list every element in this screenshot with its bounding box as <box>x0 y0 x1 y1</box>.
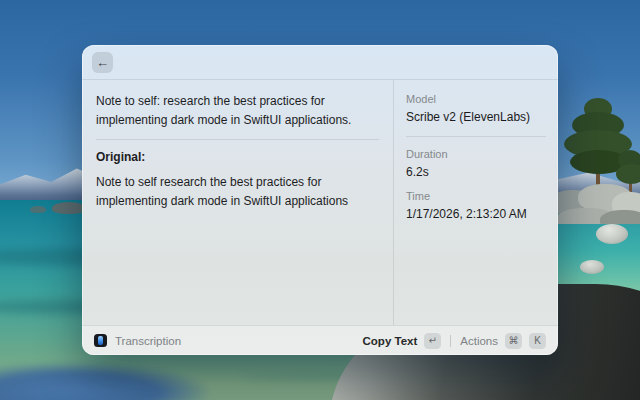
duration-label: Duration <box>406 148 546 160</box>
duration-row: Duration 6.2s <box>406 148 546 179</box>
transcript-pane: Note to self: research the best practice… <box>82 80 393 325</box>
command-keycap[interactable]: ⌘ <box>505 333 522 349</box>
waveform-orb-icon <box>98 336 103 345</box>
transcription-window: ← Note to self: research the best practi… <box>82 45 558 355</box>
original-section-label: Original: <box>96 150 379 164</box>
k-keycap[interactable]: K <box>529 333 546 349</box>
wallpaper-blue-reef <box>0 362 210 400</box>
model-group: Model Scribe v2 (ElevenLabs) <box>406 93 546 137</box>
desktop: ← Note to self: research the best practi… <box>0 0 640 400</box>
time-value: 1/17/2026, 2:13:20 AM <box>406 207 546 221</box>
time-row: Time 1/17/2026, 2:13:20 AM <box>406 190 546 221</box>
footer-separator <box>450 335 451 347</box>
window-header: ← <box>82 45 558 80</box>
wallpaper-white-rock <box>596 224 628 244</box>
model-value: Scribe v2 (ElevenLabs) <box>406 110 546 124</box>
duration-value: 6.2s <box>406 165 546 179</box>
back-arrow-icon: ← <box>96 55 109 70</box>
footer-app-name: Transcription <box>115 335 181 347</box>
wallpaper-white-rock <box>580 260 604 274</box>
footer-app-identity: Transcription <box>94 334 181 347</box>
footer-actions: Copy Text ↵ Actions ⌘ K <box>363 333 546 349</box>
details-sidebar: Model Scribe v2 (ElevenLabs) Duration 6.… <box>393 80 558 325</box>
timing-group: Duration 6.2s Time 1/17/2026, 2:13:20 AM <box>406 137 546 221</box>
original-transcript-text: Note to self research the best practices… <box>96 173 379 211</box>
wallpaper-rock <box>30 206 46 213</box>
window-body: Note to self: research the best practice… <box>82 80 558 325</box>
transcription-app-icon <box>94 334 107 347</box>
return-keycap[interactable]: ↵ <box>424 333 441 349</box>
model-row: Model Scribe v2 (ElevenLabs) <box>406 93 546 124</box>
back-button[interactable]: ← <box>92 52 113 73</box>
model-label: Model <box>406 93 546 105</box>
window-footer: Transcription Copy Text ↵ Actions ⌘ K <box>82 325 558 355</box>
time-label: Time <box>406 190 546 202</box>
cleaned-transcript-text: Note to self: research the best practice… <box>96 92 379 130</box>
copy-text-button[interactable]: Copy Text <box>363 335 418 347</box>
actions-button[interactable]: Actions <box>460 335 498 347</box>
transcript-divider <box>96 139 379 140</box>
wallpaper-rock <box>52 202 86 214</box>
